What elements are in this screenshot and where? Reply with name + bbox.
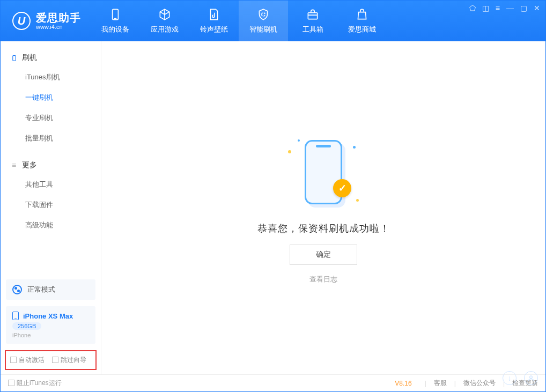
device-name: iPhone XS Max [23,312,73,320]
device-info-box[interactable]: iPhone XS Max 256GB iPhone [6,306,95,344]
sidebar-group-flash: 刷机 iTunes刷机 一键刷机 专业刷机 批量刷机 [1,41,101,149]
success-check-icon: ✓ [333,179,351,197]
refresh-shield-icon [256,8,270,21]
tab-label: 智能刷机 [249,25,277,34]
window-controls: ⬠ ◫ ≡ — ▢ ✕ [469,4,540,12]
svg-rect-4 [12,55,15,61]
main-content: ✓ 恭喜您，保资料刷机成功啦！ 确定 查看日志 [101,41,545,374]
music-file-icon [207,8,221,21]
device-mode-box[interactable]: 正常模式 [6,279,95,300]
header: U 爱思助手 www.i4.cn 我的设备 应用游戏 铃声壁纸 智能刷机 [1,1,545,41]
toolbox-icon [306,8,320,21]
checkbox-skip-guide[interactable]: 跳过向导 [52,356,86,365]
tab-apps-games[interactable]: 应用游戏 [140,1,189,41]
tab-ringtone-wallpaper[interactable]: 铃声壁纸 [189,1,239,41]
support-link[interactable]: 客服 [434,379,447,388]
svg-rect-2 [308,13,317,19]
wechat-link[interactable]: 微信公众号 [463,379,496,388]
sidebar-item-batch-flash[interactable]: 批量刷机 [1,128,101,149]
view-log-link[interactable]: 查看日志 [309,275,337,284]
tab-label: 铃声壁纸 [200,25,228,34]
app-url: www.i4.cn [36,24,81,30]
sparkle-icon [356,199,359,202]
sidebar-item-download-firmware[interactable]: 下载固件 [1,195,101,215]
sparkle-icon [298,139,300,142]
tab-toolbox[interactable]: 工具箱 [288,1,337,41]
tab-label: 爱思商城 [348,25,376,34]
close-button[interactable]: ✕ [534,4,540,12]
phone-small-icon [10,54,18,62]
sidebar-item-pro-flash[interactable]: 专业刷机 [1,108,101,128]
sidebar-head-flash: 刷机 [1,49,101,67]
main-tabs: 我的设备 应用游戏 铃声壁纸 智能刷机 工具箱 爱思商城 [91,1,387,41]
separator: | [425,380,426,387]
checkbox-block-itunes[interactable]: 阻止iTunes运行 [8,379,62,388]
device-name-row: iPhone XS Max [12,312,89,320]
logo-text: 爱思助手 www.i4.cn [36,12,81,30]
version-label: V8.16 [395,380,411,387]
logo-letter: U [18,15,25,27]
menu-icon: ≡ [10,161,18,169]
sparkle-icon [353,146,356,149]
checkbox-label: 阻止iTunes运行 [17,379,62,387]
checkbox-auto-activate[interactable]: 自动激活 [10,356,45,365]
checkbox-icon [10,357,17,363]
tab-store[interactable]: 爱思商城 [337,1,387,41]
tab-smart-flash[interactable]: 智能刷机 [239,1,288,41]
flash-options-row: 自动激活 跳过向导 [5,350,97,370]
checkbox-icon [52,357,58,363]
minimize-button[interactable]: — [506,4,514,12]
body: 刷机 iTunes刷机 一键刷机 专业刷机 批量刷机 ≡ 更多 其他工具 下载固… [1,41,545,374]
footer: 阻止iTunes运行 V8.16 | 客服 | 微信公众号 | 检查更新 [1,374,545,391]
checkbox-icon [8,380,14,386]
skin-button[interactable]: ◫ [482,4,489,12]
separator: | [454,380,456,387]
cube-icon [158,8,172,21]
device-type: iPhone [12,332,89,338]
logo-icon: U [12,12,31,30]
success-message: 恭喜您，保资料刷机成功啦！ [257,222,390,235]
checkbox-label: 跳过向导 [61,356,86,364]
sparkle-icon [288,150,291,153]
checkbox-label: 自动激活 [19,356,45,364]
tab-my-device[interactable]: 我的设备 [91,1,140,41]
sidebar-group-more: ≡ 更多 其他工具 下载固件 高级功能 [1,149,101,235]
menu-button[interactable]: ≡ [496,4,500,12]
sidebar-head-label: 更多 [22,160,37,170]
sidebar-spacer [1,235,101,276]
device-phone-icon [12,312,19,320]
bag-icon [355,8,369,21]
tab-label: 我的设备 [101,25,129,34]
sidebar: 刷机 iTunes刷机 一键刷机 专业刷机 批量刷机 ≡ 更多 其他工具 下载固… [1,41,101,374]
pin-button[interactable]: ⬠ [469,4,476,12]
maximize-button[interactable]: ▢ [520,4,527,12]
mode-label: 正常模式 [27,285,55,294]
svg-point-3 [530,376,533,379]
sidebar-item-other-tools[interactable]: 其他工具 [1,174,101,195]
tab-label: 应用游戏 [151,25,179,34]
device-capacity-badge: 256GB [12,322,41,330]
sidebar-item-onekey-flash[interactable]: 一键刷机 [1,87,101,108]
app-window: U 爱思助手 www.i4.cn 我的设备 应用游戏 铃声壁纸 智能刷机 [0,0,546,392]
logo: U 爱思助手 www.i4.cn [1,12,91,30]
sidebar-head-more: ≡ 更多 [1,156,101,174]
tab-label: 工具箱 [302,25,323,34]
success-illustration: ✓ [286,132,361,212]
sidebar-head-label: 刷机 [22,53,37,63]
ok-button[interactable]: 确定 [290,245,357,265]
mode-icon [12,285,22,294]
phone-icon [108,8,122,21]
sidebar-item-itunes-flash[interactable]: iTunes刷机 [1,67,101,87]
sidebar-item-advanced[interactable]: 高级功能 [1,215,101,235]
app-title: 爱思助手 [36,12,81,24]
